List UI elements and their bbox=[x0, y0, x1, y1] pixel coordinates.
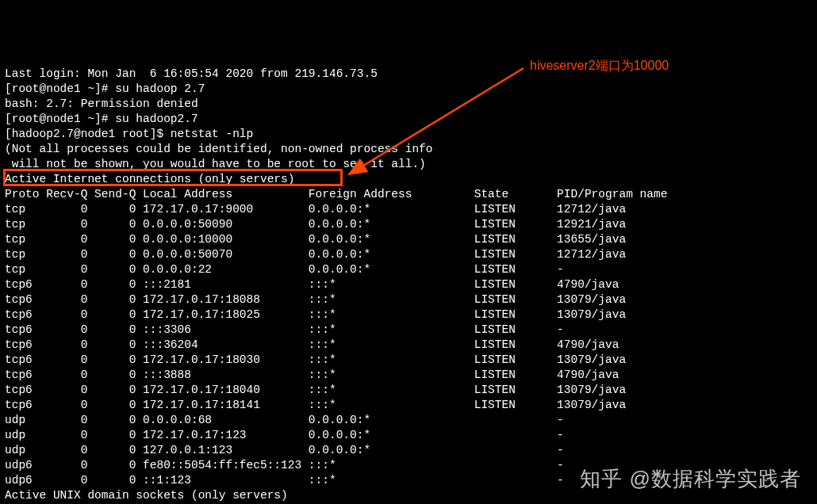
terminal-line-23: udp 0 0 0.0.0.0:68 0.0.0.0:* - bbox=[5, 413, 812, 428]
terminal-line-22: tcp6 0 0 172.17.0.17:18141 :::* LISTEN 1… bbox=[5, 398, 812, 413]
terminal-line-12: tcp 0 0 0.0.0.0:50070 0.0.0.0:* LISTEN 1… bbox=[5, 247, 812, 262]
terminal-line-14: tcp6 0 0 :::2181 :::* LISTEN 4790/java bbox=[5, 277, 812, 292]
terminal-line-0: Last login: Mon Jan 6 16:05:54 2020 from… bbox=[5, 67, 812, 82]
terminal-line-1: [root@node1 ~]# su hadoop 2.7 bbox=[5, 82, 812, 97]
terminal-line-9: tcp 0 0 172.17.0.17:9000 0.0.0.0:* LISTE… bbox=[5, 202, 812, 217]
terminal-line-4: [hadoop2.7@node1 root]$ netstat -nlp bbox=[5, 127, 812, 142]
terminal-line-19: tcp6 0 0 172.17.0.17:18030 :::* LISTEN 1… bbox=[5, 353, 812, 368]
terminal-line-17: tcp6 0 0 :::3306 :::* LISTEN - bbox=[5, 323, 812, 338]
terminal-line-3: [root@node1 ~]# su hadoop2.7 bbox=[5, 112, 812, 127]
terminal-line-2: bash: 2.7: Permission denied bbox=[5, 97, 812, 112]
terminal-line-10: tcp 0 0 0.0.0.0:50090 0.0.0.0:* LISTEN 1… bbox=[5, 217, 812, 232]
terminal-line-20: tcp6 0 0 :::3888 :::* LISTEN 4790/java bbox=[5, 368, 812, 383]
terminal-line-25: udp 0 0 127.0.0.1:123 0.0.0.0:* - bbox=[5, 443, 812, 458]
terminal-line-24: udp 0 0 172.17.0.17:123 0.0.0.0:* - bbox=[5, 428, 812, 443]
terminal-line-18: tcp6 0 0 :::36204 :::* LISTEN 4790/java bbox=[5, 338, 812, 353]
watermark: 知乎 @数据科学实践者 bbox=[580, 472, 801, 487]
terminal-output: Last login: Mon Jan 6 16:05:54 2020 from… bbox=[5, 67, 812, 504]
terminal-line-21: tcp6 0 0 172.17.0.17:18040 :::* LISTEN 1… bbox=[5, 383, 812, 398]
terminal-line-5: (Not all processes could be identified, … bbox=[5, 142, 812, 157]
terminal-line-7: Active Internet connections (only server… bbox=[5, 172, 812, 187]
annotation-text: hiveserver2端口为10000 bbox=[530, 58, 669, 73]
terminal-line-11: tcp 0 0 0.0.0.0:10000 0.0.0.0:* LISTEN 1… bbox=[5, 232, 812, 247]
terminal-line-16: tcp6 0 0 172.17.0.17:18025 :::* LISTEN 1… bbox=[5, 307, 812, 323]
terminal-line-13: tcp 0 0 0.0.0.0:22 0.0.0.0:* LISTEN - bbox=[5, 262, 812, 277]
terminal-line-6: will not be shown, you would have to be … bbox=[5, 157, 812, 172]
terminal-line-8: Proto Recv-Q Send-Q Local Address Foreig… bbox=[5, 187, 812, 202]
terminal-line-15: tcp6 0 0 172.17.0.17:18088 :::* LISTEN 1… bbox=[5, 292, 812, 307]
